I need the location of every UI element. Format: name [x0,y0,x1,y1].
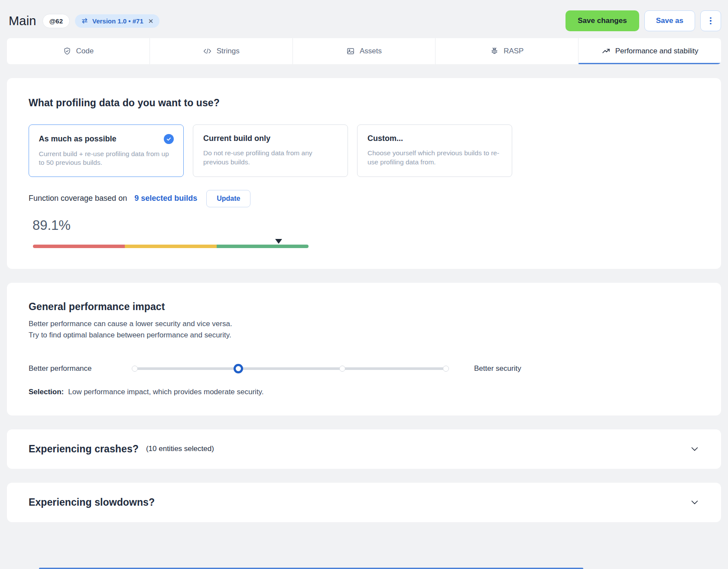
profiling-heading: What profiling data do you want to use? [29,97,699,109]
slider-stop-3[interactable] [443,366,449,372]
crashes-heading: Experiencing crashes? [29,443,139,455]
performance-heading: General performance impact [29,301,699,313]
chevron-down-icon[interactable] [690,497,699,507]
tab-label: Assets [360,47,382,56]
tab-code[interactable]: Code [7,38,150,64]
close-icon[interactable]: ✕ [148,18,154,24]
revision-badge: @62 [42,14,70,28]
image-icon [346,47,355,56]
selected-builds-link[interactable]: 9 selected builds [134,194,197,203]
option-title: Current build only [203,134,270,143]
slider-thumb[interactable] [234,364,243,373]
tab-label: RASP [504,47,523,56]
trend-up-icon [601,47,611,56]
shield-check-icon [63,47,72,56]
coverage-bar [33,245,309,248]
option-title: Custom... [367,134,403,143]
tab-label: Code [76,47,94,56]
check-circle-icon [164,134,174,144]
slider-right-label: Better security [474,364,521,373]
save-as-button[interactable]: Save as [644,10,695,31]
selection-text: Low performance impact, which provides m… [68,388,263,396]
slowdowns-heading: Experiencing slowdowns? [29,497,155,508]
version-badge-label: Version 1.0 • #71 [92,17,143,25]
code-icon [203,47,212,56]
slider-stop-0[interactable] [132,366,138,372]
option-as-much-as-possible[interactable]: As much as possible Current build + re-u… [29,124,184,177]
option-title: As much as possible [39,134,117,144]
coverage-segment-medium [125,245,217,248]
compare-arrows-icon [81,18,88,24]
option-current-build-only[interactable]: Current build only Do not re-use profili… [193,124,348,177]
update-button[interactable]: Update [206,190,250,207]
performance-slider[interactable] [135,363,446,374]
coverage-percentage: 89.1% [32,218,699,233]
tab-label: Performance and stability [615,47,699,56]
tab-assets[interactable]: Assets [292,38,436,64]
experiencing-crashes-card[interactable]: Experiencing crashes? (10 entities selec… [7,429,721,469]
performance-description: Better performance can cause a lower sec… [29,318,699,341]
coverage-segment-low [33,245,125,248]
tab-rasp[interactable]: RASP [435,38,578,64]
page-title: Main [9,14,36,28]
tab-label: Strings [217,47,240,56]
coverage-marker-icon [275,239,282,244]
experiencing-slowdowns-card[interactable]: Experiencing slowdowns? [7,483,721,522]
option-description: Choose yourself which previous builds to… [367,149,502,167]
slider-track[interactable] [135,367,446,370]
profiling-options: As much as possible Current build + re-u… [29,124,699,177]
tab-bar: Code Strings Assets RASP [7,38,721,64]
selection-summary: Selection:Low performance impact, which … [29,388,699,396]
page-header: Main @62 Version 1.0 • #71 ✕ Save change… [0,0,728,33]
slider-left-label: Better performance [29,364,135,373]
coverage-label: Function coverage based on [29,194,127,203]
performance-slider-row: Better performance Better security [29,363,699,374]
tab-strings[interactable]: Strings [150,38,292,64]
option-description: Current build + re-use profiling data fr… [39,150,174,168]
general-performance-card: General performance impact Better perfor… [7,283,721,415]
tab-performance-and-stability[interactable]: Performance and stability [578,38,721,64]
profiling-data-card: What profiling data do you want to use? … [7,78,721,269]
slider-stop-2[interactable] [339,366,345,372]
chevron-down-icon[interactable] [690,444,699,454]
version-badge[interactable]: Version 1.0 • #71 ✕ [75,14,159,28]
function-coverage-row: Function coverage based on 9 selected bu… [29,190,699,207]
selection-label: Selection: [29,388,64,396]
option-description: Do not re-use profiling data from any pr… [203,149,338,167]
save-changes-button[interactable]: Save changes [566,10,639,31]
coverage-segment-high [217,245,309,248]
more-options-button[interactable] [700,10,721,31]
option-custom[interactable]: Custom... Choose yourself which previous… [357,124,512,177]
bug-icon [490,47,499,56]
crashes-meta: (10 entities selected) [146,445,214,453]
